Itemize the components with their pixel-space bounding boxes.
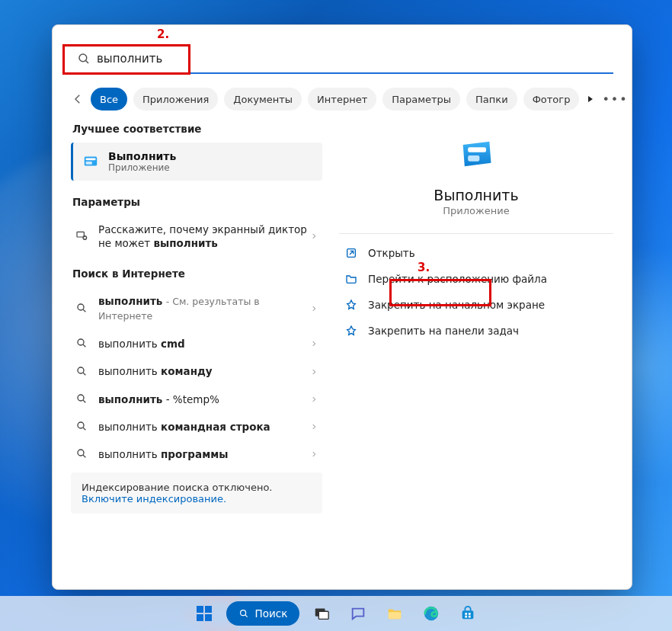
tab-photos[interactable]: Фотогр: [523, 88, 580, 111]
svg-rect-4: [86, 158, 96, 160]
svg-rect-40: [469, 613, 471, 615]
action-open-location[interactable]: Перейти к расположению файла: [339, 266, 613, 292]
web-result[interactable]: выполнить cmd: [71, 330, 322, 357]
svg-marker-2: [588, 96, 593, 102]
action-pin-start[interactable]: Закрепить на начальном экране: [339, 292, 613, 318]
action-pin-taskbar[interactable]: Закрепить на панели задач: [339, 318, 613, 344]
web-result[interactable]: выполнить - См. результаты в Интернете: [71, 287, 322, 330]
edge-button[interactable]: [417, 599, 446, 628]
taskbar-search[interactable]: Поиск: [226, 601, 300, 626]
svg-point-14: [78, 339, 84, 345]
svg-line-17: [83, 373, 85, 375]
tab-internet[interactable]: Интернет: [308, 88, 376, 111]
filter-tabs: Все Приложения Документы Интернет Параме…: [53, 74, 632, 121]
run-app-icon: [456, 135, 496, 175]
svg-point-32: [240, 610, 245, 616]
store-button[interactable]: [453, 599, 482, 628]
search-input[interactable]: [97, 52, 607, 66]
result-text: Расскажите, почему экранный диктор не мо…: [98, 223, 310, 250]
result-text: выполнить - См. результаты в Интернете: [98, 294, 310, 323]
svg-point-20: [78, 422, 84, 428]
tab-settings[interactable]: Параметры: [382, 88, 460, 111]
tab-apps[interactable]: Приложения: [133, 88, 218, 111]
section-web: Поиск в Интернете: [72, 267, 322, 280]
svg-point-12: [78, 304, 84, 310]
search-icon: [77, 52, 91, 66]
svg-rect-42: [469, 616, 471, 618]
action-open[interactable]: Открыть: [339, 240, 613, 266]
search-flyout: Все Приложения Документы Интернет Параме…: [52, 24, 632, 590]
result-text: выполнить командная строка: [98, 420, 270, 434]
search-icon: [75, 420, 89, 434]
svg-rect-6: [77, 232, 84, 238]
detail-subtitle: Приложение: [443, 205, 509, 216]
pin-icon: [345, 325, 357, 337]
section-best-match: Лучшее соответствие: [72, 123, 322, 135]
svg-rect-30: [197, 614, 203, 621]
svg-line-27: [350, 251, 354, 255]
open-external-icon: [345, 247, 357, 259]
svg-point-22: [78, 450, 84, 456]
svg-rect-36: [389, 612, 402, 619]
section-settings: Параметры: [72, 196, 322, 208]
taskbar-search-label: Поиск: [255, 607, 288, 620]
search-icon: [75, 337, 89, 351]
svg-line-23: [83, 455, 85, 457]
pin-icon: [345, 299, 357, 311]
search-field[interactable]: [71, 45, 613, 74]
svg-line-19: [83, 400, 85, 402]
action-open-label: Открыть: [368, 247, 415, 259]
back-icon[interactable]: [71, 92, 85, 106]
web-result[interactable]: выполнить - %temp%: [71, 386, 322, 413]
task-view-button[interactable]: [307, 599, 336, 628]
svg-line-1: [86, 61, 88, 63]
svg-rect-31: [205, 614, 212, 621]
svg-rect-35: [319, 611, 329, 619]
best-match-title: Выполнить: [108, 150, 176, 162]
detail-title: Выполнить: [434, 187, 518, 203]
indexing-notice-text: Индексирование поиска отключено.: [82, 482, 312, 493]
more-icon[interactable]: •••: [602, 92, 628, 107]
svg-point-0: [79, 54, 87, 62]
result-text: выполнить команду: [98, 364, 213, 378]
taskbar: Поиск: [0, 596, 672, 631]
display-settings-icon: [75, 229, 89, 243]
indexing-notice: Индексирование поиска отключено. Включит…: [71, 472, 322, 514]
svg-rect-24: [468, 147, 486, 152]
svg-line-33: [245, 615, 247, 617]
svg-rect-41: [466, 616, 468, 618]
best-match-subtitle: Приложение: [108, 162, 176, 173]
result-text: выполнить программы: [98, 447, 228, 461]
web-result[interactable]: выполнить командная строка: [71, 413, 322, 440]
tab-documents[interactable]: Документы: [224, 88, 302, 111]
best-match-result[interactable]: Выполнить Приложение: [71, 143, 322, 181]
svg-rect-38: [462, 610, 474, 619]
web-result[interactable]: выполнить команду: [71, 357, 322, 385]
web-result[interactable]: выполнить программы: [71, 440, 322, 468]
svg-rect-5: [86, 162, 92, 165]
action-open-location-label: Перейти к расположению файла: [368, 273, 547, 285]
action-pin-taskbar-label: Закрепить на панели задач: [368, 325, 519, 337]
enable-indexing-link[interactable]: Включите индексирование.: [82, 493, 226, 504]
folder-icon: [345, 273, 357, 285]
svg-line-15: [83, 344, 85, 347]
tab-folders[interactable]: Папки: [466, 88, 517, 111]
svg-rect-28: [197, 606, 203, 613]
chat-button[interactable]: [344, 599, 373, 628]
search-icon: [75, 447, 89, 461]
result-text: выполнить cmd: [98, 337, 185, 351]
divider: [339, 233, 613, 234]
run-app-icon: [82, 153, 99, 170]
file-explorer-button[interactable]: [380, 599, 409, 628]
result-text: выполнить - %temp%: [98, 392, 219, 406]
settings-result[interactable]: Расскажите, почему экранный диктор не мо…: [71, 216, 322, 257]
svg-line-13: [83, 309, 85, 312]
start-button[interactable]: [190, 599, 219, 628]
tab-all[interactable]: Все: [91, 88, 127, 111]
search-icon: [75, 392, 89, 406]
svg-rect-25: [468, 155, 479, 162]
svg-point-16: [78, 367, 84, 373]
svg-line-21: [83, 428, 85, 430]
search-icon: [75, 302, 89, 316]
scroll-right-icon[interactable]: [585, 94, 596, 104]
